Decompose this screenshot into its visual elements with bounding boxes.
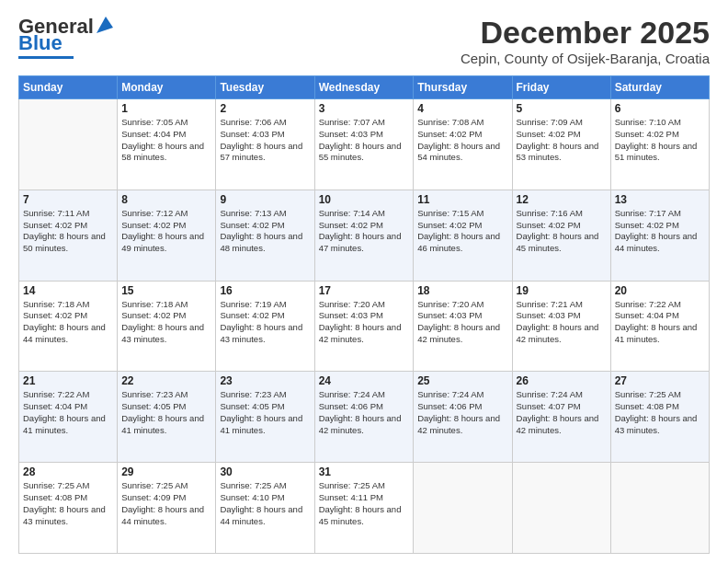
calendar-cell: 7Sunrise: 7:11 AMSunset: 4:02 PMDaylight… — [19, 190, 118, 281]
day-info: Sunrise: 7:08 AMSunset: 4:02 PMDaylight:… — [417, 117, 507, 164]
svg-marker-0 — [97, 17, 113, 33]
calendar-cell: 26Sunrise: 7:24 AMSunset: 4:07 PMDayligh… — [512, 372, 610, 463]
day-number: 24 — [319, 374, 410, 387]
day-info: Sunrise: 7:07 AMSunset: 4:03 PMDaylight:… — [319, 117, 410, 164]
logo-blue-text: Blue — [18, 31, 63, 55]
calendar-cell: 9Sunrise: 7:13 AMSunset: 4:02 PMDaylight… — [216, 190, 314, 281]
day-number: 1 — [121, 102, 211, 115]
day-number: 14 — [23, 284, 113, 297]
calendar-cell: 10Sunrise: 7:14 AMSunset: 4:02 PMDayligh… — [314, 190, 414, 281]
day-number: 6 — [615, 102, 705, 115]
day-number: 18 — [417, 284, 507, 297]
logo-arrow-icon — [95, 15, 115, 35]
day-info: Sunrise: 7:25 AMSunset: 4:08 PMDaylight:… — [615, 389, 705, 436]
calendar-cell: 5Sunrise: 7:09 AMSunset: 4:02 PMDaylight… — [512, 99, 610, 190]
day-number: 7 — [23, 193, 113, 206]
day-number: 8 — [121, 193, 211, 206]
calendar-cell: 24Sunrise: 7:24 AMSunset: 4:06 PMDayligh… — [314, 372, 414, 463]
day-info: Sunrise: 7:23 AMSunset: 4:05 PMDaylight:… — [121, 389, 211, 436]
day-number: 3 — [319, 102, 410, 115]
calendar-cell — [610, 463, 709, 554]
calendar-cell: 1Sunrise: 7:05 AMSunset: 4:04 PMDaylight… — [118, 99, 216, 190]
calendar-cell: 8Sunrise: 7:12 AMSunset: 4:02 PMDaylight… — [118, 190, 216, 281]
day-info: Sunrise: 7:24 AMSunset: 4:07 PMDaylight:… — [517, 389, 607, 436]
calendar-cell: 16Sunrise: 7:19 AMSunset: 4:02 PMDayligh… — [216, 281, 314, 372]
month-title: December 2025 — [461, 15, 710, 51]
calendar-cell: 6Sunrise: 7:10 AMSunset: 4:02 PMDaylight… — [610, 99, 709, 190]
calendar-cell: 4Sunrise: 7:08 AMSunset: 4:02 PMDaylight… — [414, 99, 512, 190]
day-info: Sunrise: 7:09 AMSunset: 4:02 PMDaylight:… — [517, 117, 607, 164]
day-number: 31 — [319, 465, 410, 478]
day-info: Sunrise: 7:11 AMSunset: 4:02 PMDaylight:… — [23, 208, 113, 255]
calendar-cell: 18Sunrise: 7:20 AMSunset: 4:03 PMDayligh… — [414, 281, 512, 372]
calendar-table: SundayMondayTuesdayWednesdayThursdayFrid… — [18, 75, 710, 554]
weekday-header: Friday — [512, 76, 610, 99]
header: General Blue December 2025 Cepin, County… — [18, 15, 710, 66]
calendar-cell — [19, 99, 118, 190]
day-info: Sunrise: 7:25 AMSunset: 4:08 PMDaylight:… — [23, 480, 113, 527]
calendar-cell: 30Sunrise: 7:25 AMSunset: 4:10 PMDayligh… — [216, 463, 314, 554]
day-number: 16 — [220, 284, 310, 297]
weekday-header: Sunday — [19, 76, 118, 99]
calendar-cell: 21Sunrise: 7:22 AMSunset: 4:04 PMDayligh… — [19, 372, 118, 463]
day-info: Sunrise: 7:15 AMSunset: 4:02 PMDaylight:… — [417, 208, 507, 255]
day-number: 29 — [121, 465, 211, 478]
day-number: 21 — [23, 374, 113, 387]
day-info: Sunrise: 7:24 AMSunset: 4:06 PMDaylight:… — [319, 389, 410, 436]
calendar-cell: 31Sunrise: 7:25 AMSunset: 4:11 PMDayligh… — [314, 463, 414, 554]
calendar-cell — [512, 463, 610, 554]
day-info: Sunrise: 7:25 AMSunset: 4:11 PMDaylight:… — [319, 480, 410, 527]
day-info: Sunrise: 7:22 AMSunset: 4:04 PMDaylight:… — [615, 299, 705, 346]
day-number: 27 — [615, 374, 705, 387]
day-info: Sunrise: 7:05 AMSunset: 4:04 PMDaylight:… — [121, 117, 211, 164]
calendar-cell: 25Sunrise: 7:24 AMSunset: 4:06 PMDayligh… — [414, 372, 512, 463]
day-info: Sunrise: 7:06 AMSunset: 4:03 PMDaylight:… — [220, 117, 310, 164]
calendar-cell: 28Sunrise: 7:25 AMSunset: 4:08 PMDayligh… — [19, 463, 118, 554]
day-info: Sunrise: 7:23 AMSunset: 4:05 PMDaylight:… — [220, 389, 310, 436]
day-info: Sunrise: 7:18 AMSunset: 4:02 PMDaylight:… — [121, 299, 211, 346]
page: General Blue December 2025 Cepin, County… — [0, 0, 728, 563]
day-number: 20 — [615, 284, 705, 297]
day-info: Sunrise: 7:12 AMSunset: 4:02 PMDaylight:… — [121, 208, 211, 255]
day-number: 23 — [220, 374, 310, 387]
calendar-cell: 14Sunrise: 7:18 AMSunset: 4:02 PMDayligh… — [19, 281, 118, 372]
day-number: 4 — [417, 102, 507, 115]
day-number: 2 — [220, 102, 310, 115]
day-number: 11 — [417, 193, 507, 206]
day-number: 19 — [517, 284, 607, 297]
calendar-cell: 23Sunrise: 7:23 AMSunset: 4:05 PMDayligh… — [216, 372, 314, 463]
day-number: 22 — [121, 374, 211, 387]
day-info: Sunrise: 7:13 AMSunset: 4:02 PMDaylight:… — [220, 208, 310, 255]
day-info: Sunrise: 7:19 AMSunset: 4:02 PMDaylight:… — [220, 299, 310, 346]
logo: General Blue — [18, 15, 115, 59]
day-info: Sunrise: 7:25 AMSunset: 4:09 PMDaylight:… — [121, 480, 211, 527]
calendar-cell: 19Sunrise: 7:21 AMSunset: 4:03 PMDayligh… — [512, 281, 610, 372]
day-number: 13 — [615, 193, 705, 206]
day-info: Sunrise: 7:20 AMSunset: 4:03 PMDaylight:… — [319, 299, 410, 346]
calendar-cell: 20Sunrise: 7:22 AMSunset: 4:04 PMDayligh… — [610, 281, 709, 372]
day-number: 17 — [319, 284, 410, 297]
calendar-header-row: SundayMondayTuesdayWednesdayThursdayFrid… — [19, 76, 710, 99]
calendar-cell — [414, 463, 512, 554]
calendar-cell: 3Sunrise: 7:07 AMSunset: 4:03 PMDaylight… — [314, 99, 414, 190]
day-info: Sunrise: 7:10 AMSunset: 4:02 PMDaylight:… — [615, 117, 705, 164]
day-number: 25 — [417, 374, 507, 387]
day-info: Sunrise: 7:22 AMSunset: 4:04 PMDaylight:… — [23, 389, 113, 436]
day-info: Sunrise: 7:21 AMSunset: 4:03 PMDaylight:… — [517, 299, 607, 346]
calendar-cell: 17Sunrise: 7:20 AMSunset: 4:03 PMDayligh… — [314, 281, 414, 372]
day-info: Sunrise: 7:16 AMSunset: 4:02 PMDaylight:… — [517, 208, 607, 255]
day-number: 15 — [121, 284, 211, 297]
calendar-cell: 2Sunrise: 7:06 AMSunset: 4:03 PMDaylight… — [216, 99, 314, 190]
weekday-header: Tuesday — [216, 76, 314, 99]
calendar-cell: 13Sunrise: 7:17 AMSunset: 4:02 PMDayligh… — [610, 190, 709, 281]
calendar-cell: 11Sunrise: 7:15 AMSunset: 4:02 PMDayligh… — [414, 190, 512, 281]
day-info: Sunrise: 7:14 AMSunset: 4:02 PMDaylight:… — [319, 208, 410, 255]
weekday-header: Thursday — [414, 76, 512, 99]
title-area: December 2025 Cepin, County of Osijek-Ba… — [461, 15, 710, 66]
subtitle: Cepin, County of Osijek-Baranja, Croatia — [461, 51, 710, 66]
day-number: 26 — [517, 374, 607, 387]
day-info: Sunrise: 7:25 AMSunset: 4:10 PMDaylight:… — [220, 480, 310, 527]
day-number: 5 — [517, 102, 607, 115]
day-number: 12 — [517, 193, 607, 206]
day-info: Sunrise: 7:17 AMSunset: 4:02 PMDaylight:… — [615, 208, 705, 255]
